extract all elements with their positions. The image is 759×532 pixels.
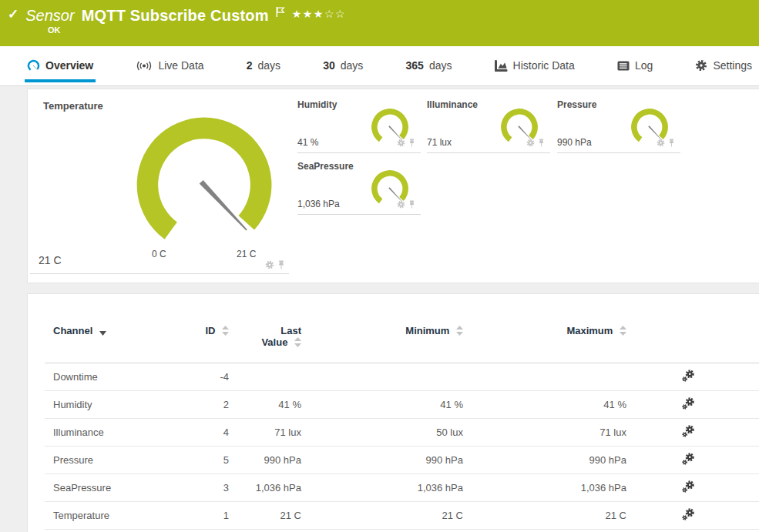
gauge-value: 21 C	[39, 254, 62, 266]
cell-id: 5	[185, 447, 229, 474]
table-row: Illuminance 4 71 lux 50 lux 71 lux	[45, 419, 759, 447]
cell-maximum: 41 %	[463, 391, 626, 419]
tab-2-days-number: 2	[247, 59, 253, 72]
gauge-card-illuminance[interactable]: Illuminance 71 lux	[427, 97, 550, 153]
cell-channel: Downtime	[45, 363, 185, 391]
sensor-header: ✓ Sensor MQTT Subscribe Custom ★★★☆☆ OK	[0, 0, 759, 46]
gauge-card-pressure[interactable]: Pressure 990 hPa	[557, 97, 680, 153]
tab-30-days[interactable]: 30 days	[321, 52, 365, 82]
tab-2-days-label: days	[258, 59, 281, 72]
tab-live-data[interactable]: Live Data	[133, 52, 206, 82]
table-row: SeaPressure 3 1,036 hPa 1,036 hPa 1,036 …	[45, 474, 759, 502]
column-header-channel[interactable]: Channel	[45, 314, 185, 363]
pin-icon[interactable]	[408, 200, 415, 209]
cell-id: 1	[185, 502, 229, 530]
sort-icon	[620, 326, 626, 338]
tab-settings[interactable]: Settings	[693, 52, 754, 82]
channels-panel: Channel ID Last Value	[27, 293, 759, 532]
sort-icon	[456, 326, 463, 338]
table-row: Pressure 5 990 hPa 990 hPa 990 hPa	[45, 447, 759, 474]
tab-365-days[interactable]: 365 days	[404, 52, 455, 82]
pin-icon[interactable]	[538, 139, 545, 147]
gauge-card-humidity[interactable]: Humidity 41 %	[297, 97, 421, 153]
sort-icon	[294, 337, 301, 350]
gauge-value: 71 lux	[427, 137, 452, 148]
cell-id: 4	[185, 419, 229, 447]
cell-id: -4	[185, 363, 229, 391]
gauge-settings-gear-icon[interactable]	[265, 260, 274, 269]
gauge-icon	[27, 59, 40, 72]
column-header-minimum[interactable]: Minimum	[301, 314, 463, 363]
cell-last-value: 1,036 hPa	[229, 474, 301, 502]
cell-maximum	[463, 363, 626, 391]
cell-last-value: 71 lux	[229, 419, 301, 447]
gauge-settings-gear-icon[interactable]	[657, 139, 665, 147]
gauge-title: SeaPressure	[297, 161, 354, 172]
tab-overview[interactable]: Overview	[25, 52, 96, 82]
broadcast-icon	[136, 60, 153, 72]
column-header-maximum[interactable]: Maximum	[463, 314, 626, 363]
cell-channel: Humidity	[45, 391, 185, 419]
tab-log[interactable]: Log	[615, 52, 655, 82]
gauge-card-seapressure[interactable]: SeaPressure 1,036 hPa	[297, 159, 421, 215]
channel-settings-gears-icon[interactable]	[682, 370, 694, 382]
tab-historic-data[interactable]: Historic Data	[492, 52, 577, 82]
channel-settings-gears-icon[interactable]	[682, 480, 694, 493]
cell-last-value: 21 C	[229, 502, 301, 530]
cell-maximum: 21 C	[463, 502, 626, 530]
tab-live-data-label: Live Data	[158, 59, 203, 72]
channel-settings-gears-icon[interactable]	[682, 425, 694, 437]
log-list-icon	[617, 61, 630, 71]
channel-settings-gears-icon[interactable]	[682, 453, 694, 465]
cell-last-value	[229, 363, 301, 391]
cell-maximum: 990 hPa	[463, 447, 626, 474]
gauge-scale-min: 0 C	[152, 249, 166, 259]
table-row: Downtime -4	[45, 363, 759, 391]
pin-icon[interactable]	[668, 139, 675, 147]
gauge-settings-gear-icon[interactable]	[526, 139, 535, 147]
gauges-panel: Temperature 0 C 21 C 21 C Humidity 41 %	[27, 89, 759, 283]
gauge-card-temperature[interactable]: Temperature 0 C 21 C 21 C	[30, 91, 289, 274]
status-check-icon: ✓	[8, 5, 18, 24]
gauge-value: 41 %	[297, 137, 318, 148]
page-title: MQTT Subscribe Custom	[82, 5, 269, 25]
cell-channel: Pressure	[45, 447, 185, 474]
cell-minimum: 1,036 hPa	[301, 474, 463, 502]
gauge-title: Humidity	[297, 99, 337, 110]
stars-empty: ☆☆	[324, 8, 346, 20]
gauge-settings-gear-icon[interactable]	[397, 200, 405, 209]
gauge-settings-gear-icon[interactable]	[397, 139, 405, 147]
tab-bar: Overview Live Data 2 days 30 days 365 da…	[0, 46, 759, 86]
tab-2-days[interactable]: 2 days	[244, 52, 283, 82]
priority-flag-icon	[276, 6, 285, 21]
tab-overview-label: Overview	[45, 59, 93, 72]
column-header-actions	[626, 314, 759, 363]
tab-30-days-number: 30	[323, 59, 335, 72]
channel-settings-gears-icon[interactable]	[682, 508, 694, 520]
pin-icon[interactable]	[277, 260, 285, 269]
column-header-id[interactable]: ID	[185, 314, 229, 363]
sensor-type-label: Sensor	[25, 5, 74, 25]
stars-filled: ★★★	[292, 8, 324, 20]
gauge-value: 990 hPa	[557, 137, 592, 148]
cell-channel: SeaPressure	[45, 474, 185, 502]
gauge-scale-max: 21 C	[237, 249, 256, 259]
column-header-last-value[interactable]: Last Value	[229, 314, 301, 363]
cell-minimum: 990 hPa	[301, 447, 463, 474]
tab-30-days-label: days	[341, 59, 364, 72]
temperature-gauge-dial	[131, 112, 277, 261]
channel-settings-gears-icon[interactable]	[682, 397, 694, 410]
cell-id: 2	[185, 391, 229, 419]
pin-icon[interactable]	[408, 139, 415, 147]
tab-365-days-number: 365	[406, 59, 424, 72]
cell-last-value: 990 hPa	[229, 447, 301, 474]
gauge-title: Illuminance	[427, 99, 478, 110]
table-row: Temperature 1 21 C 21 C 21 C	[45, 502, 759, 530]
cell-id: 3	[185, 474, 229, 502]
cell-channel: Illuminance	[45, 419, 185, 447]
table-row: Humidity 2 41 % 41 % 41 %	[45, 391, 759, 419]
priority-stars[interactable]: ★★★☆☆	[292, 8, 346, 20]
table-header-row: Channel ID Last Value	[45, 314, 759, 363]
status-badge: OK	[48, 25, 61, 35]
gear-icon	[695, 59, 707, 72]
